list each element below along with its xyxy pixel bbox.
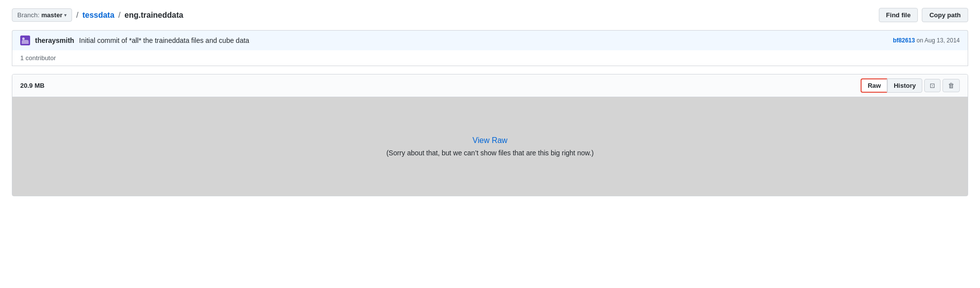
commit-message: Initial commit of *all* the traineddata … — [79, 36, 249, 44]
delete-button[interactable]: 🗑 — [942, 79, 960, 92]
sorry-text: (Sorry about that, but we can’t show fil… — [386, 149, 594, 157]
file-view: 20.9 MB Raw History ⊡ 🗑 View Raw (Sorry … — [12, 74, 968, 196]
top-bar: Branch: master ▾ / tessdata / eng.traine… — [12, 8, 968, 22]
commit-date-prefix: on — [917, 37, 923, 44]
monitor-icon: ⊡ — [930, 82, 935, 89]
breadcrumb-separator2: / — [118, 11, 120, 20]
breadcrumb-file: eng.traineddata — [124, 11, 183, 20]
breadcrumb-separator: / — [76, 11, 78, 20]
trash-icon: 🗑 — [948, 82, 954, 89]
monitor-button[interactable]: ⊡ — [924, 79, 941, 92]
view-raw-link[interactable]: View Raw — [473, 136, 508, 145]
find-file-button[interactable]: Find file — [879, 8, 918, 22]
file-actions: Raw History ⊡ 🗑 — [861, 78, 960, 93]
file-content: View Raw (Sorry about that, but we can’t… — [12, 97, 968, 196]
copy-path-button[interactable]: Copy path — [922, 8, 968, 22]
commit-bar-right: bf82613 on Aug 13, 2014 — [893, 37, 960, 44]
raw-button[interactable]: Raw — [861, 78, 887, 93]
commit-bar: theraysmith Initial commit of *all* the … — [12, 30, 968, 50]
top-bar-right: Find file Copy path — [879, 8, 968, 22]
branch-name: master — [41, 11, 63, 19]
contributor-label: contributor — [26, 54, 56, 62]
file-header: 20.9 MB Raw History ⊡ 🗑 — [12, 74, 968, 97]
commit-bar-left: theraysmith Initial commit of *all* the … — [20, 36, 249, 45]
avatar-image — [20, 36, 30, 45]
file-size: 20.9 MB — [20, 82, 44, 89]
contributor-count: 1 — [20, 54, 24, 62]
commit-author[interactable]: theraysmith — [35, 36, 74, 44]
chevron-down-icon: ▾ — [64, 12, 67, 18]
history-button[interactable]: History — [887, 78, 922, 93]
file-btn-group: Raw History — [861, 78, 922, 93]
branch-selector[interactable]: Branch: master ▾ — [12, 8, 72, 22]
top-bar-left: Branch: master ▾ / tessdata / eng.traine… — [12, 8, 183, 22]
branch-label: Branch: — [17, 11, 39, 19]
commit-date: Aug 13, 2014 — [925, 37, 960, 44]
contributor-bar: 1 contributor — [12, 50, 968, 66]
page-wrapper: Branch: master ▾ / tessdata / eng.traine… — [0, 0, 980, 288]
breadcrumb-folder-link[interactable]: tessdata — [82, 11, 114, 20]
avatar — [20, 36, 30, 45]
commit-hash-link[interactable]: bf82613 — [893, 37, 915, 44]
